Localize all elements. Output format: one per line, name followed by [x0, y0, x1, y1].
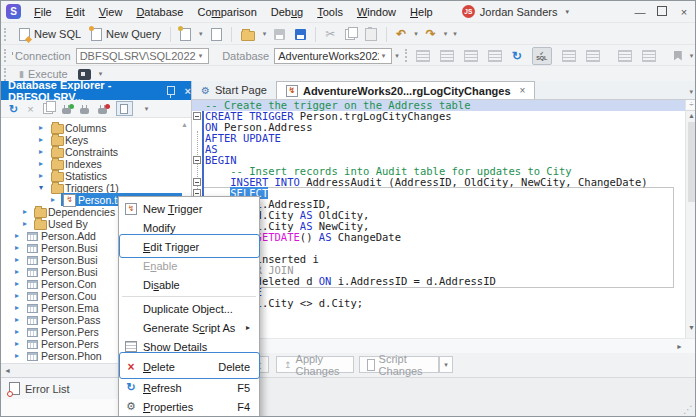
fold-collapse-icon[interactable]	[193, 178, 201, 186]
context-menu-item-refresh[interactable]: ↻RefreshF5	[119, 378, 259, 397]
new-sql-button[interactable]: New SQL	[14, 26, 86, 43]
context-menu-item-disable[interactable]: Disable	[119, 275, 259, 294]
explorer-header[interactable]: Database Explorer - DBFSQLSRV... ×	[1, 81, 191, 100]
disconnect-icon[interactable]	[98, 108, 107, 114]
chevron-right-icon[interactable]: ▸	[15, 351, 19, 360]
delete-connection-icon[interactable]: ×	[27, 103, 33, 115]
execute-options-caret-icon[interactable]: ▾	[96, 70, 106, 78]
undo-caret-icon[interactable]: ▾	[411, 30, 421, 38]
new-document-button[interactable]	[175, 26, 196, 43]
user-avatar[interactable]: JS	[462, 5, 475, 18]
scroll-right-icon[interactable]: ►	[676, 343, 683, 350]
chevron-right-icon[interactable]: ▸	[39, 171, 43, 180]
close-button[interactable]: ×	[673, 6, 695, 18]
chevron-right-icon[interactable]: ▸	[15, 327, 19, 336]
context-menu-item-duplicate-object[interactable]: Duplicate Object...	[119, 299, 259, 318]
chevron-right-icon[interactable]: ▸	[15, 339, 19, 348]
menu-database[interactable]: Database	[129, 6, 190, 18]
connect-icon[interactable]	[80, 108, 89, 114]
menu-view[interactable]: View	[92, 6, 130, 18]
menu-debug[interactable]: Debug	[264, 6, 310, 18]
save-button[interactable]	[269, 27, 290, 42]
menu-tools[interactable]: Tools	[310, 6, 350, 18]
sort-button[interactable]	[483, 48, 507, 64]
chevron-right-icon[interactable]: ▸	[39, 123, 43, 132]
toolbar-grip[interactable]	[4, 49, 6, 62]
user-name[interactable]: Jordan Sanders	[480, 6, 558, 18]
script-changes-caret-button[interactable]: ▾	[439, 356, 453, 373]
splitter-handle[interactable]: ÷	[686, 100, 696, 111]
toolbar-grip[interactable]	[4, 28, 10, 41]
user-menu-caret-icon[interactable]: ▾	[565, 8, 569, 16]
comment-button[interactable]	[411, 48, 435, 64]
chevron-right-icon[interactable]: ▸	[15, 279, 19, 288]
redo-button[interactable]: ↷	[421, 26, 441, 42]
chevron-right-icon[interactable]: ▸	[15, 267, 19, 276]
pin-icon[interactable]	[167, 86, 175, 95]
script-changes-button[interactable]: Script Changes	[359, 356, 439, 373]
navigate-button[interactable]	[459, 48, 483, 64]
apply-changes-button[interactable]: ↥ Apply Changes	[276, 356, 354, 373]
context-menu-item-properties[interactable]: ⚙PropertiesF4	[119, 397, 259, 416]
new-window-button[interactable]	[206, 26, 227, 43]
chevron-right-icon[interactable]: ▸	[15, 291, 19, 300]
chevron-right-icon[interactable]: ▸	[15, 231, 19, 240]
menu-comparison[interactable]: Comparison	[190, 6, 263, 18]
tree-item-statistics[interactable]: ▸Statistics	[1, 170, 191, 182]
uncomment-lines-button[interactable]	[637, 48, 661, 64]
connection-combobox[interactable]: DBFSQLSRV\SQL2022▾	[76, 48, 209, 64]
paste-button[interactable]	[360, 26, 382, 43]
show-system-objects-icon[interactable]	[116, 101, 133, 116]
refresh-code-button[interactable]: ↻	[507, 48, 527, 64]
tree-item-columns[interactable]: ▸Columns	[1, 122, 191, 134]
chevron-right-icon[interactable]: ▸	[15, 255, 19, 264]
cut-button[interactable]: ✂	[320, 26, 340, 42]
chevron-right-icon[interactable]: ▸	[23, 219, 27, 228]
scrollbar-thumb[interactable]	[688, 122, 695, 202]
redo-caret-icon[interactable]: ▾	[441, 30, 451, 38]
open-file-button[interactable]	[236, 26, 260, 43]
scroll-left-icon[interactable]: ◄	[4, 367, 11, 374]
menu-file[interactable]: File	[27, 6, 59, 18]
tab-trigger-document[interactable]: ↯ AdventureWorks20...rgLogCityChanges ×	[276, 81, 535, 99]
menu-window[interactable]: Window	[350, 6, 403, 18]
tree-item-keys[interactable]: ▸Keys	[1, 134, 191, 146]
explorer-close-icon[interactable]: ×	[185, 85, 191, 97]
tree-item-indexes[interactable]: ▸Indexes	[1, 158, 191, 170]
new-connection-icon[interactable]	[62, 108, 71, 114]
chevron-right-icon[interactable]: ▸	[23, 207, 27, 216]
chevron-right-icon[interactable]: ▸	[15, 243, 19, 252]
new-query-button[interactable]: New Query	[86, 26, 166, 43]
tab-list-caret-icon[interactable]: ▾	[689, 88, 693, 96]
outdent-button[interactable]	[581, 48, 605, 64]
context-menu-item-new-trigger[interactable]: ↯New Trigger	[119, 199, 259, 218]
chevron-right-icon[interactable]: ▸	[51, 195, 55, 204]
open-file-caret-icon[interactable]: ▾	[260, 30, 270, 38]
indent-button[interactable]	[557, 48, 581, 64]
context-menu-item-generate-script-as[interactable]: Generate Script As▸	[119, 318, 259, 337]
fold-collapse-icon[interactable]	[193, 112, 201, 120]
tab-close-icon[interactable]: ×	[520, 85, 526, 96]
save-all-button[interactable]	[290, 27, 311, 42]
scroll-down-icon[interactable]: ▼	[688, 324, 695, 331]
chevron-right-icon[interactable]: ▸	[39, 159, 43, 168]
maximize-button[interactable]	[651, 6, 673, 18]
copy-button[interactable]	[340, 27, 360, 42]
chevron-right-icon[interactable]: ▸	[39, 135, 43, 144]
chevron-right-icon[interactable]: ▸	[15, 303, 19, 312]
undo-button[interactable]: ↶	[391, 26, 411, 42]
chevron-down-icon[interactable]: ▾	[39, 183, 43, 192]
scroll-up-icon[interactable]: ▲	[686, 111, 696, 121]
new-document-caret-icon[interactable]: ▾	[196, 30, 206, 38]
tree-item-constraints[interactable]: ▸Constraints	[1, 146, 191, 158]
tab-start-page[interactable]: ⚙ Start Page	[192, 81, 276, 99]
editor-vertical-scrollbar[interactable]: ÷ ▲ ▼	[685, 100, 696, 338]
toolbar-grip[interactable]	[405, 49, 407, 62]
snippet-button[interactable]	[435, 48, 459, 64]
fold-collapse-icon[interactable]	[193, 156, 201, 164]
comment-lines-button[interactable]	[613, 48, 637, 64]
menu-help[interactable]: Help	[403, 6, 440, 18]
minimize-button[interactable]: —	[629, 6, 651, 18]
redo-options-caret-icon[interactable]: ▾	[450, 30, 460, 38]
toolbar-overflow-caret-icon[interactable]: ▾	[687, 52, 696, 60]
